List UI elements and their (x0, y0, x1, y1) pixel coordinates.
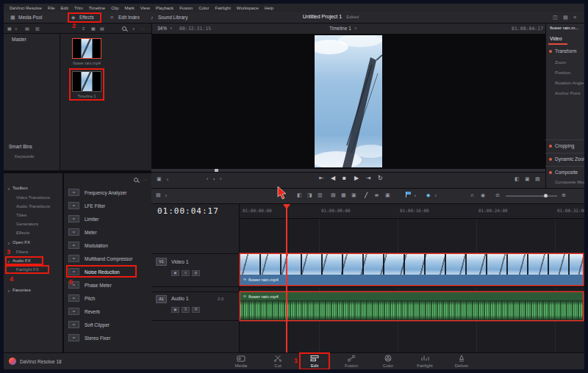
tree-favorites[interactable]: Favorites (12, 288, 31, 292)
flag-chevron-icon[interactable]: ∨ (414, 194, 417, 198)
bin-view-chevron-icon[interactable]: ∨ (15, 27, 18, 31)
tree-audio-transitions[interactable]: Audio Transitions (16, 204, 50, 209)
page-tab-edit[interactable]: 1 Edit (304, 355, 326, 368)
tree-open-fx[interactable]: Open FX (12, 240, 30, 245)
transform-enable-toggle[interactable] (549, 50, 552, 53)
menu-item-fusion[interactable]: Fusion (179, 6, 193, 10)
trim-edit-mode-icon[interactable]: ◧ (297, 192, 302, 198)
solo-button[interactable]: S (182, 307, 190, 313)
strip-view-icon[interactable]: ▤ (100, 26, 104, 31)
link-clips-icon[interactable]: ∞ (375, 192, 379, 198)
metadata-panel-icon[interactable]: ▤ (563, 15, 568, 20)
jog-right-icon[interactable]: › (220, 176, 221, 181)
menu-item-trim[interactable]: Trim (74, 6, 83, 10)
menu-item-clip[interactable]: Clip (111, 6, 118, 10)
menu-item-color[interactable]: Color (198, 6, 209, 10)
jump-end-button[interactable]: ⇥ (366, 175, 371, 181)
page-tab-deliver[interactable]: Deliver (451, 355, 473, 368)
page-tab-color[interactable]: Color (377, 355, 399, 368)
bin-view-icon[interactable]: ▦ (7, 26, 12, 31)
marker-icon[interactable]: ◆ (426, 192, 430, 198)
media-thumb-timeline-1[interactable] (72, 71, 101, 92)
tree-fairlight-fx[interactable]: Fairlight FX (16, 267, 39, 272)
effects-button[interactable]: Effects (79, 15, 94, 20)
inspector-tab-video[interactable]: Video (550, 36, 562, 41)
auto-select-icon[interactable]: ◎ (182, 270, 190, 276)
grab-still-icon[interactable]: ▣ (525, 176, 530, 181)
inspector-panel-icon[interactable]: ≡ (573, 15, 576, 20)
media-search-chevron-icon[interactable]: ∨ (132, 27, 135, 31)
chevron-down-icon[interactable]: ∨ (7, 260, 10, 264)
edit-index-button[interactable]: Edit Index (118, 15, 140, 20)
tree-video-transitions[interactable]: Video Transitions (16, 195, 50, 200)
track-lock-icon[interactable]: ▣ (171, 307, 179, 313)
snapping-icon[interactable]: ∩ (470, 192, 474, 198)
chevron-down-icon[interactable]: ∨ (7, 289, 10, 293)
bin-master[interactable]: Master (12, 37, 26, 42)
import-media-icon[interactable]: ▤ (25, 26, 29, 31)
zoom-slider-handle[interactable] (544, 194, 548, 198)
dynamic-zoom-enable-toggle[interactable] (549, 158, 552, 161)
viewer-zoom-select[interactable]: 34% (157, 26, 167, 31)
timeline-display-mode-icon[interactable]: ▣ (157, 176, 162, 181)
chevron-down-icon[interactable]: ∨ (166, 178, 169, 181)
zoom-out-icon[interactable]: ⊖ (495, 192, 500, 198)
viewer-timeline-select[interactable]: Timeline 1 (329, 26, 351, 31)
loop-button[interactable]: ↻ (378, 175, 383, 181)
mixer-panel-icon[interactable]: ◫ (553, 15, 558, 20)
media-options-icon[interactable]: ··· (140, 26, 145, 31)
sound-library-button[interactable]: Sound Library (158, 15, 187, 20)
video-clip-flower-rain[interactable]: ∞ flower rain.mp4 (240, 254, 583, 285)
list-view-icon[interactable]: ≡ (82, 26, 85, 31)
effects-search-icon[interactable] (134, 178, 138, 182)
jump-start-button[interactable]: ⇤ (319, 175, 324, 181)
inspector-section-transform[interactable]: Transform (555, 48, 576, 54)
menu-item-mark[interactable]: Mark (125, 6, 135, 10)
cropping-enable-toggle[interactable] (549, 145, 552, 148)
media-pool-button[interactable]: Media Pool (18, 15, 43, 20)
menu-item-file[interactable]: File (48, 6, 55, 10)
timeline-zoom-slider[interactable] (506, 195, 557, 197)
chevron-down-icon[interactable]: ∨ (165, 194, 168, 198)
tree-titles[interactable]: Titles (16, 213, 26, 217)
track-options-icon[interactable]: ▥ (192, 270, 200, 276)
tree-effects[interactable]: Effects (16, 231, 29, 235)
page-tab-media[interactable]: Media (230, 355, 252, 368)
inspector-section-composite[interactable]: Composite (555, 170, 578, 175)
menu-item-fairlight[interactable]: Fairlight (215, 6, 230, 10)
pen-tool-icon[interactable]: ╱ (365, 192, 368, 198)
audio-scrub-icon[interactable]: ◉ (481, 192, 485, 198)
audio-clip-flower-rain[interactable]: ∞ flower rain.mp4 (240, 292, 583, 320)
menu-item-playback[interactable]: Playback (156, 6, 173, 10)
dynamic-trim-icon[interactable]: ▥ (318, 192, 323, 198)
media-thumb-label[interactable]: flower rain.mp4 (68, 61, 106, 65)
page-tab-fusion[interactable]: Fusion (340, 355, 362, 368)
menu-item-edit[interactable]: Edit (61, 6, 68, 10)
menu-item-help[interactable]: Help (265, 6, 273, 10)
mute-button[interactable]: M (192, 307, 200, 313)
thumbnail-view-icon[interactable]: ▦ (91, 26, 96, 31)
viewer-options-icon[interactable]: ▤ (535, 176, 540, 181)
timeline-view-options-icon[interactable]: ▤ (156, 192, 161, 198)
chevron-down-icon[interactable]: ∨ (170, 26, 173, 30)
play-reverse-button[interactable]: ◀ (331, 175, 335, 181)
menu-item-timeline[interactable]: Timeline (89, 6, 105, 10)
chevron-down-icon[interactable]: ∨ (7, 242, 10, 245)
inspector-section-cropping[interactable]: Cropping (555, 143, 574, 148)
chevron-down-icon[interactable]: ∨ (7, 187, 10, 191)
tree-audio-fx[interactable]: Audio FX (12, 258, 31, 263)
media-thumb-label[interactable]: Timeline 1 (68, 94, 106, 98)
replace-clip-icon[interactable]: ▣ (351, 192, 356, 198)
smart-bins-header[interactable]: Smart Bins (9, 144, 32, 149)
menu-item-view[interactable]: View (140, 6, 150, 10)
tree-toolbox[interactable]: Toolbox (12, 186, 28, 190)
match-frame-icon[interactable]: ◧ (514, 176, 520, 181)
menu-item-workspace[interactable]: Workspace (237, 6, 259, 10)
inspector-section-dynamic-zoom[interactable]: Dynamic Zoom (555, 156, 587, 162)
track-badge-a1[interactable]: A1 (156, 295, 167, 303)
zoom-in-icon[interactable]: ⊕ (562, 192, 566, 198)
marker-chevron-icon[interactable]: ∨ (434, 194, 437, 198)
create-bin-icon[interactable]: ▥ (35, 26, 40, 31)
jog-dot-icon[interactable]: ● (213, 178, 215, 181)
tree-filters[interactable]: Filters (16, 250, 28, 254)
